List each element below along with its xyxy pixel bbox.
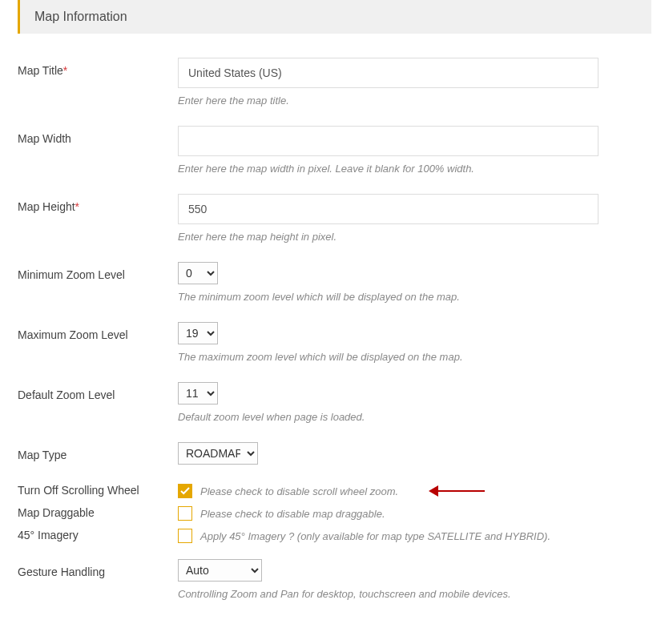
help-map-height: Enter here the map height in pixel. — [178, 231, 651, 243]
select-map-type[interactable]: ROADMAP — [178, 442, 258, 465]
arrow-annotation-icon — [429, 485, 485, 497]
help-max-zoom: The maximum zoom level which will be dis… — [178, 351, 651, 363]
label-imagery45: 45° Imagery — [18, 529, 178, 541]
label-default-zoom: Default Zoom Level — [18, 382, 178, 401]
required-asterisk: * — [75, 200, 79, 213]
row-scroll-off: Turn Off Scrolling Wheel Please check to… — [18, 484, 651, 498]
desc-draggable: Please check to disable map draggable. — [200, 508, 385, 520]
select-min-zoom[interactable]: 0 — [178, 262, 218, 284]
label-map-type: Map Type — [18, 442, 178, 461]
input-map-width[interactable] — [178, 126, 598, 156]
help-min-zoom: The minimum zoom level which will be dis… — [178, 291, 651, 303]
help-map-width: Enter here the map width in pixel. Leave… — [178, 163, 651, 175]
row-map-height: Map Height* Enter here the map height in… — [18, 194, 651, 243]
label-gesture: Gesture Handling — [18, 559, 178, 578]
row-map-width: Map Width Enter here the map width in pi… — [18, 126, 651, 175]
help-map-title: Enter here the map title. — [178, 95, 651, 107]
label-map-width: Map Width — [18, 126, 178, 145]
row-imagery45: 45° Imagery Apply 45° Imagery ? (only av… — [18, 529, 651, 543]
checkbox-draggable[interactable] — [178, 506, 192, 521]
label-max-zoom: Maximum Zoom Level — [18, 322, 178, 341]
input-map-height[interactable] — [178, 194, 598, 224]
select-max-zoom[interactable]: 19 — [178, 322, 218, 344]
help-gesture: Controlling Zoom and Pan for desktop, to… — [178, 588, 651, 600]
checkbox-scroll-off[interactable] — [178, 484, 192, 498]
row-draggable: Map Draggable Please check to disable ma… — [18, 506, 651, 521]
label-map-title: Map Title* — [18, 58, 178, 77]
panel-header: Map Information — [18, 0, 651, 34]
desc-imagery45: Apply 45° Imagery ? (only available for … — [200, 530, 550, 542]
input-map-title[interactable] — [178, 58, 598, 88]
required-asterisk: * — [63, 64, 67, 77]
select-default-zoom[interactable]: 11 — [178, 382, 218, 405]
row-gesture: Gesture Handling Auto Controlling Zoom a… — [18, 559, 651, 600]
row-map-type: Map Type ROADMAP — [18, 442, 651, 465]
checkbox-imagery45[interactable] — [178, 529, 192, 543]
desc-scroll-off: Please check to disable scroll wheel zoo… — [200, 485, 398, 497]
row-map-title: Map Title* Enter here the map title. — [18, 58, 651, 107]
label-scroll-off: Turn Off Scrolling Wheel — [18, 484, 178, 497]
panel-title: Map Information — [34, 10, 127, 23]
check-icon — [180, 486, 190, 496]
form-body: Map Title* Enter here the map title. Map… — [0, 34, 669, 610]
label-draggable: Map Draggable — [18, 506, 178, 519]
row-max-zoom: Maximum Zoom Level 19 The maximum zoom l… — [18, 322, 651, 363]
select-gesture[interactable]: Auto — [178, 559, 262, 582]
label-map-height: Map Height* — [18, 194, 178, 213]
row-min-zoom: Minimum Zoom Level 0 The minimum zoom le… — [18, 262, 651, 303]
help-default-zoom: Default zoom level when page is loaded. — [178, 411, 651, 423]
row-default-zoom: Default Zoom Level 11 Default zoom level… — [18, 382, 651, 423]
label-min-zoom: Minimum Zoom Level — [18, 262, 178, 281]
